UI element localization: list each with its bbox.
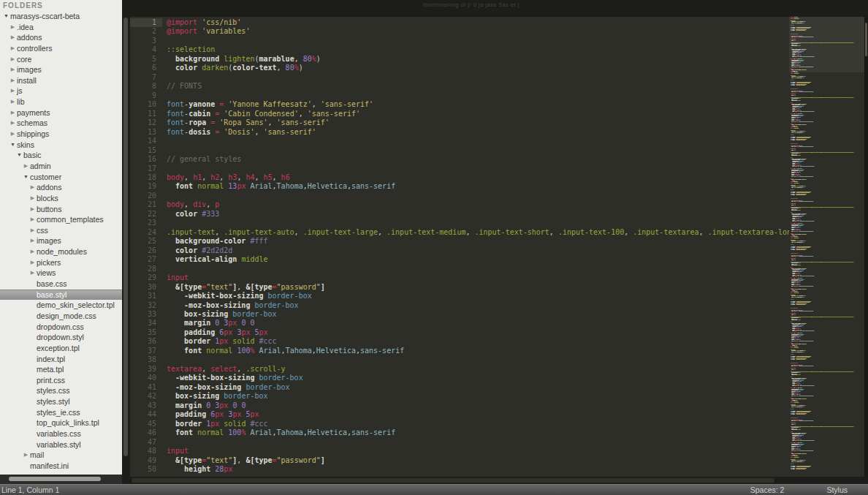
tree-folder-marasys-cscart-beta[interactable]: ▼marasys-cscart-beta: [0, 11, 122, 22]
code-line[interactable]: 2@import 'variables': [130, 27, 789, 36]
line-number[interactable]: 21: [130, 200, 162, 209]
line-number[interactable]: 37: [130, 347, 162, 355]
line-number[interactable]: 27: [130, 255, 162, 264]
code-line[interactable]: 13font-dosis = 'Dosis', 'sans-serif': [130, 128, 789, 137]
code-line[interactable]: 15: [130, 146, 789, 155]
code-line[interactable]: 32 -moz-box-sizing border-box: [130, 301, 789, 310]
syntax-mode[interactable]: Stylus: [826, 485, 848, 494]
code-line[interactable]: 8// FONTS: [130, 82, 789, 91]
expand-arrow-icon[interactable]: ▶: [28, 268, 37, 279]
editor-vscroll-thumb[interactable]: [865, 23, 867, 56]
line-number[interactable]: 38: [130, 355, 162, 364]
code-line[interactable]: 29input: [130, 273, 789, 282]
tree-file-base.styl[interactable]: base.styl: [0, 290, 122, 301]
tree-file-dropdown.css[interactable]: dropdown.css: [0, 322, 122, 333]
line-number[interactable]: 40: [130, 374, 162, 382]
tree-folder-mail[interactable]: ▶mail: [0, 450, 122, 461]
code-line[interactable]: 26 color #2d2d2d: [130, 246, 789, 255]
expand-arrow-icon[interactable]: ▶: [28, 257, 37, 268]
tree-folder-install[interactable]: ▶install: [0, 75, 122, 86]
code-line[interactable]: 31 -webkit-box-sizing border-box: [130, 292, 789, 301]
expand-arrow-icon[interactable]: ▶: [22, 450, 30, 461]
line-number[interactable]: 19: [130, 182, 162, 191]
collapse-arrow-icon[interactable]: ▼: [15, 150, 23, 161]
expand-arrow-icon[interactable]: ▶: [9, 118, 17, 129]
code-line[interactable]: 35 padding 6px 3px 5px: [130, 328, 789, 337]
line-number[interactable]: 8: [130, 82, 162, 91]
line-number[interactable]: 23: [130, 219, 162, 227]
tree-file-manifest.ini[interactable]: manifest.ini: [0, 461, 122, 472]
tree-folder-addons[interactable]: ▶addons: [0, 182, 122, 193]
code-line[interactable]: 21body, div, p: [130, 200, 789, 209]
line-number[interactable]: 16: [130, 155, 162, 164]
code-line[interactable]: 30 &[type="text"], &[type="password"]: [130, 283, 789, 292]
expand-arrow-icon[interactable]: ▶: [9, 86, 17, 97]
line-number[interactable]: 20: [130, 192, 162, 200]
line-number[interactable]: 29: [130, 273, 162, 282]
line-number[interactable]: 28: [130, 265, 162, 273]
tree-folder-blocks[interactable]: ▶blocks: [0, 193, 122, 204]
tree-folder-schemas[interactable]: ▶schemas: [0, 118, 122, 129]
line-number[interactable]: 24: [130, 228, 162, 237]
tree-file-meta.tpl[interactable]: meta.tpl: [0, 364, 122, 375]
code-line[interactable]: 17: [130, 165, 789, 173]
line-number[interactable]: 45: [130, 420, 162, 428]
code-line[interactable]: 50 height 28px: [130, 465, 789, 474]
code-line[interactable]: 19 font normal 13px Arial,Tahoma,Helveti…: [130, 182, 789, 191]
code-line[interactable]: 36 border 1px solid #ccc: [130, 337, 789, 346]
code-line[interactable]: 4::selection: [130, 45, 789, 54]
code-line[interactable]: 27 vertical-align middle: [130, 255, 789, 264]
editor-hscroll-thumb[interactable]: [132, 478, 774, 483]
tree-file-styles.css[interactable]: styles.css: [0, 385, 122, 396]
line-number[interactable]: 14: [130, 137, 162, 146]
tree-folder-basic[interactable]: ▼basic: [0, 150, 122, 161]
tree-file-demo_skin_selector.tpl[interactable]: demo_skin_selector.tpl: [0, 300, 122, 311]
tree-folder-core[interactable]: ▶core: [0, 54, 122, 65]
code-line[interactable]: 43 margin 0 3px 0 0: [130, 401, 789, 410]
line-number[interactable]: 39: [130, 365, 162, 374]
line-number[interactable]: 44: [130, 410, 162, 419]
line-number[interactable]: 30: [130, 283, 162, 292]
code-line[interactable]: 45 border 1px solid #ccc: [130, 420, 789, 428]
line-number[interactable]: 17: [130, 165, 162, 173]
expand-arrow-icon[interactable]: ▶: [28, 235, 37, 246]
minimap[interactable]: [789, 17, 864, 477]
line-number[interactable]: 26: [130, 246, 162, 255]
expand-arrow-icon[interactable]: ▶: [28, 214, 37, 225]
tree-folder-controllers[interactable]: ▶controllers: [0, 43, 122, 54]
code-line[interactable]: 16// general styles: [130, 155, 789, 164]
code-line[interactable]: 25 background-color #fff: [130, 237, 789, 246]
code-line[interactable]: 14: [130, 137, 789, 146]
tree-file-styles.styl[interactable]: styles.styl: [0, 396, 122, 407]
code-line[interactable]: 1@import 'css/nib': [130, 18, 789, 27]
code-line[interactable]: 7: [130, 73, 789, 82]
tree-folder-views[interactable]: ▶views: [0, 268, 122, 279]
line-number[interactable]: 32: [130, 301, 162, 310]
sidebar-vertical-scrollbar[interactable]: [122, 0, 130, 484]
line-number[interactable]: 42: [130, 392, 162, 401]
sidebar-vscroll-thumb[interactable]: [123, 18, 128, 456]
line-number[interactable]: 25: [130, 237, 162, 246]
line-number[interactable]: 48: [130, 447, 162, 456]
code-line[interactable]: 28: [130, 265, 789, 273]
tree-folder-common_templates[interactable]: ▶common_templates: [0, 214, 122, 225]
tree-folder-admin[interactable]: ▶admin: [0, 161, 122, 172]
tree-folder-buttons[interactable]: ▶buttons: [0, 204, 122, 215]
code-line[interactable]: 34 margin 0 3px 0 0: [130, 319, 789, 328]
expand-arrow-icon[interactable]: ▶: [9, 64, 17, 75]
line-number[interactable]: 6: [130, 64, 162, 72]
line-number[interactable]: 15: [130, 146, 162, 155]
minimap-viewport[interactable]: [789, 17, 864, 72]
collapse-arrow-icon[interactable]: ▼: [2, 11, 10, 22]
expand-arrow-icon[interactable]: ▶: [9, 22, 17, 33]
expand-arrow-icon[interactable]: ▶: [22, 161, 30, 172]
tree-folder-skins[interactable]: ▼skins: [0, 140, 122, 151]
editor-horizontal-scrollbar[interactable]: [130, 477, 868, 484]
code-line[interactable]: 9: [130, 91, 789, 100]
tree-file-print.css[interactable]: print.css: [0, 375, 122, 386]
line-number[interactable]: 50: [130, 465, 162, 474]
line-number[interactable]: 22: [130, 210, 162, 219]
code-line[interactable]: 18body, h1, h2, h3, h4, h5, h6: [130, 173, 789, 182]
tree-folder-images[interactable]: ▶images: [0, 64, 122, 75]
expand-arrow-icon[interactable]: ▶: [28, 246, 37, 257]
